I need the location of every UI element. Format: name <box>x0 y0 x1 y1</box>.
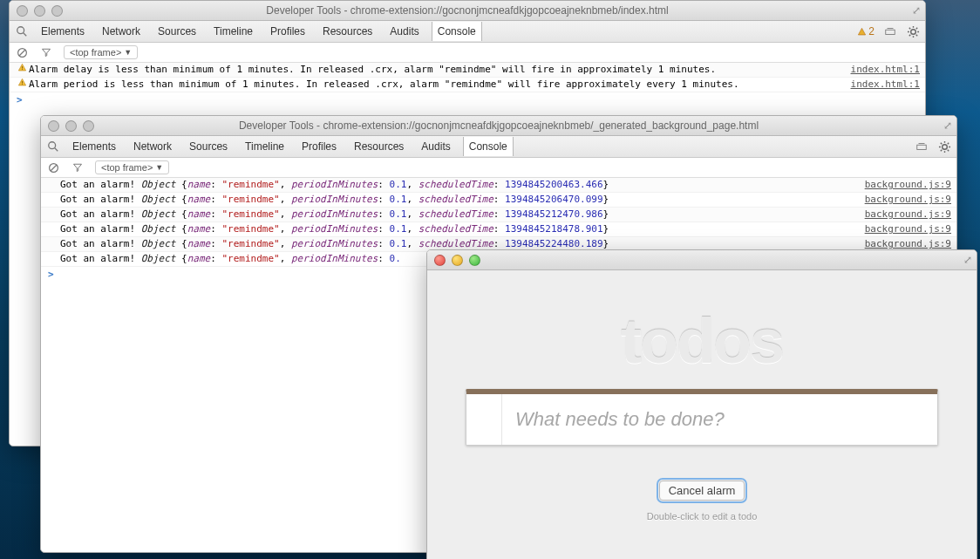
svg-point-21 <box>942 144 947 149</box>
app-logo: todos <box>621 305 783 377</box>
drawer-icon[interactable] <box>883 24 897 38</box>
window-title: Developer Tools - chrome-extension://goc… <box>266 4 668 17</box>
tab-elements[interactable]: Elements <box>36 22 90 41</box>
log-message: Got an alarm! Object {name: "remindme", … <box>60 222 856 236</box>
svg-point-0 <box>17 27 24 34</box>
console-output: Alarm delay is less than minimum of 1 mi… <box>10 63 925 108</box>
svg-rect-17 <box>22 84 23 85</box>
cancel-alarm-button[interactable]: Cancel alarm <box>659 481 745 501</box>
tab-network[interactable]: Network <box>97 22 146 41</box>
tab-timeline[interactable]: Timeline <box>240 137 289 156</box>
traffic-lights <box>41 120 94 132</box>
tab-audits[interactable]: Audits <box>385 22 424 41</box>
svg-line-13 <box>19 50 25 56</box>
traffic-lights <box>427 255 480 266</box>
filter-icon[interactable] <box>39 45 53 59</box>
minimize-icon[interactable] <box>34 5 45 17</box>
svg-line-28 <box>940 149 941 150</box>
minimize-icon[interactable] <box>452 255 463 266</box>
minimize-icon[interactable] <box>65 120 77 132</box>
svg-rect-2 <box>886 30 895 34</box>
svg-point-3 <box>910 29 915 34</box>
close-icon[interactable] <box>48 120 59 132</box>
source-link[interactable]: index.html:1 <box>842 63 920 77</box>
warning-count[interactable]: 2 <box>857 25 875 37</box>
expand-icon[interactable]: ⤢ <box>912 4 921 17</box>
tab-profiles[interactable]: Profiles <box>265 22 310 41</box>
zoom-icon[interactable] <box>51 5 63 17</box>
tab-sources[interactable]: Sources <box>153 22 201 41</box>
app-body: todos What needs to be done? Cancel alar… <box>427 270 977 559</box>
chevron-down-icon: ▼ <box>155 163 163 172</box>
tab-timeline[interactable]: Timeline <box>208 22 258 41</box>
frame-selector[interactable]: <top frame> ▼ <box>64 45 138 59</box>
log-message: Got an alarm! Object {name: "remindme", … <box>60 193 856 207</box>
chevron-down-icon: ▼ <box>124 48 132 57</box>
console-log-row: Got an alarm! Object {name: "remindme", … <box>41 178 956 193</box>
console-log-row: Got an alarm! Object {name: "remindme", … <box>41 222 956 237</box>
console-sub-toolbar: <top frame> ▼ <box>10 43 925 63</box>
console-sub-toolbar: <top frame> ▼ <box>41 158 956 178</box>
expand-icon[interactable]: ⤢ <box>963 254 972 266</box>
clear-console-icon[interactable] <box>15 45 29 59</box>
clear-console-icon[interactable] <box>46 160 60 174</box>
console-log-row: Got an alarm! Object {name: "remindme", … <box>41 193 956 208</box>
filter-icon[interactable] <box>71 160 85 174</box>
svg-line-26 <box>940 142 941 143</box>
traffic-lights <box>10 5 63 17</box>
tab-resources[interactable]: Resources <box>349 137 409 156</box>
tab-console[interactable]: Console <box>463 137 514 156</box>
svg-line-8 <box>909 27 909 28</box>
close-icon[interactable] <box>434 255 446 266</box>
svg-rect-16 <box>22 81 23 83</box>
tab-audits[interactable]: Audits <box>416 137 455 156</box>
svg-line-1 <box>24 33 27 37</box>
tab-console[interactable]: Console <box>432 22 482 41</box>
console-warning-row: Alarm delay is less than minimum of 1 mi… <box>10 63 925 78</box>
todo-card: What needs to be done? <box>466 389 938 446</box>
source-link[interactable]: index.html:1 <box>842 78 920 92</box>
svg-rect-15 <box>22 69 23 70</box>
log-message: Got an alarm! Object {name: "remindme", … <box>60 178 856 192</box>
search-icon[interactable] <box>46 140 60 153</box>
console-warning-row: Alarm period is less than minimum of 1 m… <box>10 78 925 92</box>
zoom-icon[interactable] <box>469 255 480 266</box>
console-log-row: Got an alarm! Object {name: "remindme", … <box>41 208 956 222</box>
close-icon[interactable] <box>17 5 28 17</box>
titlebar[interactable]: Developer Tools - chrome-extension://goc… <box>10 1 925 21</box>
svg-line-19 <box>55 148 58 152</box>
warning-icon <box>15 63 29 72</box>
console-prompt[interactable]: > <box>10 92 925 108</box>
titlebar[interactable]: Developer Tools - chrome-extension://goc… <box>41 116 956 136</box>
hint-text: Double-click to edit a todo <box>647 511 758 522</box>
svg-line-9 <box>915 34 916 35</box>
expand-icon[interactable]: ⤢ <box>943 119 952 132</box>
svg-rect-14 <box>22 66 23 68</box>
tab-sources[interactable]: Sources <box>184 137 233 156</box>
gear-icon[interactable] <box>937 140 951 153</box>
frame-selector[interactable]: <top frame> ▼ <box>95 160 169 174</box>
svg-line-10 <box>909 34 909 35</box>
tab-profiles[interactable]: Profiles <box>296 137 342 156</box>
new-todo-input[interactable]: What needs to be done? <box>466 394 937 445</box>
source-link[interactable]: background.js:9 <box>856 193 951 207</box>
titlebar[interactable]: ⤢ <box>427 250 977 270</box>
window-title: Developer Tools - chrome-extension://goc… <box>239 119 759 132</box>
tab-resources[interactable]: Resources <box>317 22 378 41</box>
zoom-icon[interactable] <box>83 120 94 132</box>
todos-app-window: ⤢ todos What needs to be done? Cancel al… <box>426 249 977 559</box>
tab-elements[interactable]: Elements <box>67 137 121 156</box>
source-link[interactable]: background.js:9 <box>856 208 951 222</box>
svg-line-29 <box>947 142 948 143</box>
devtools-toolbar: Elements Network Sources Timeline Profil… <box>41 136 956 158</box>
warning-icon <box>15 78 29 87</box>
svg-line-27 <box>947 149 948 150</box>
source-link[interactable]: background.js:9 <box>856 222 951 236</box>
source-link[interactable]: background.js:9 <box>856 178 951 192</box>
tab-network[interactable]: Network <box>128 137 177 156</box>
gear-icon[interactable] <box>906 24 920 38</box>
devtools-toolbar: Elements Network Sources Timeline Profil… <box>10 21 925 43</box>
search-icon[interactable] <box>15 24 29 38</box>
drawer-icon[interactable] <box>915 140 929 153</box>
svg-point-18 <box>49 142 56 149</box>
